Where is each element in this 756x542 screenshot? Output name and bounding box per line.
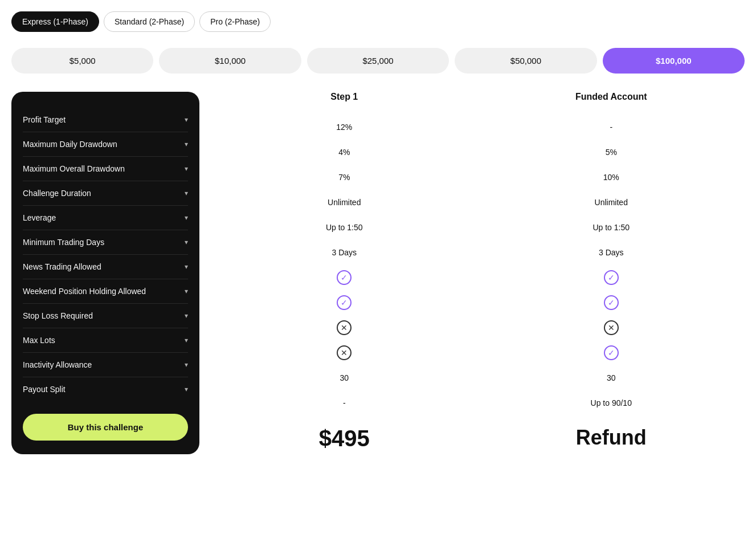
check-icon: ✓ bbox=[604, 295, 619, 310]
cell-step1-11: - bbox=[211, 398, 478, 407]
table-row: Unlimited Unlimited bbox=[211, 190, 745, 215]
sidebar-item-stop-loss[interactable]: Stop Loss Required ▾ bbox=[23, 304, 188, 328]
chevron-icon-challenge-duration: ▾ bbox=[185, 189, 188, 197]
sidebar-label-inactivity: Inactivity Allowance bbox=[23, 360, 92, 369]
sidebar-item-max-daily[interactable]: Maximum Daily Drawdown ▾ bbox=[23, 132, 188, 157]
cell-funded-10: 30 bbox=[478, 373, 745, 382]
table-row: 7% 10% bbox=[211, 165, 745, 190]
x-icon: ✕ bbox=[337, 320, 352, 335]
check-icon: ✓ bbox=[337, 295, 352, 310]
sidebar-item-max-lots[interactable]: Max Lots ▾ bbox=[23, 328, 188, 353]
cell-funded-11: Up to 90/10 bbox=[478, 398, 745, 407]
cell-funded-1: 5% bbox=[478, 148, 745, 157]
amount-5k[interactable]: $5,000 bbox=[11, 48, 153, 74]
x-icon: ✕ bbox=[604, 320, 619, 335]
price-row: $495 Refund bbox=[211, 426, 745, 451]
amount-10k[interactable]: $10,000 bbox=[159, 48, 301, 74]
cell-step1-4: Up to 1:50 bbox=[211, 223, 478, 232]
cell-step1-10: 30 bbox=[211, 373, 478, 382]
chevron-icon-inactivity: ▾ bbox=[185, 361, 188, 369]
amount-50k[interactable]: $50,000 bbox=[455, 48, 596, 74]
main-content: Profit Target ▾ Maximum Daily Drawdown ▾… bbox=[11, 92, 745, 454]
table-row: ✓ ✓ bbox=[211, 290, 745, 315]
sidebar-label-max-daily: Maximum Daily Drawdown bbox=[23, 140, 117, 149]
sidebar-label-leverage: Leverage bbox=[23, 213, 56, 222]
price-value-step1: $495 bbox=[319, 426, 370, 451]
buy-button[interactable]: Buy this challenge bbox=[23, 414, 188, 441]
cell-step1-2: 7% bbox=[211, 173, 478, 182]
check-icon: ✓ bbox=[337, 270, 352, 285]
cell-funded-6: ✓ bbox=[478, 270, 745, 285]
sidebar-item-min-trading[interactable]: Minimum Trading Days ▾ bbox=[23, 230, 188, 255]
sidebar-item-payout-split[interactable]: Payout Split ▾ bbox=[23, 377, 188, 401]
table-row: 3 Days 3 Days bbox=[211, 240, 745, 265]
sidebar-label-max-lots: Max Lots bbox=[23, 336, 55, 345]
cell-funded-9: ✓ bbox=[478, 345, 745, 360]
col-header-step1: Step 1 bbox=[211, 92, 478, 108]
sidebar-item-profit-target[interactable]: Profit Target ▾ bbox=[23, 108, 188, 132]
check-icon: ✓ bbox=[604, 345, 619, 360]
chevron-icon-min-trading: ▾ bbox=[185, 238, 188, 246]
sidebar-label-max-overall: Maximum Overall Drawdown bbox=[23, 164, 125, 173]
data-rows: 12% - 4% 5% 7% 10% Unlimited Unlimited U… bbox=[211, 115, 745, 415]
cell-funded-8: ✕ bbox=[478, 320, 745, 335]
sidebar-label-news-trading: News Trading Allowed bbox=[23, 262, 101, 271]
sidebar-label-challenge-duration: Challenge Duration bbox=[23, 189, 91, 198]
tab-pro[interactable]: Pro (2-Phase) bbox=[199, 11, 271, 32]
cell-step1-3: Unlimited bbox=[211, 198, 478, 207]
chevron-icon-max-lots: ▾ bbox=[185, 336, 188, 344]
cell-step1-0: 12% bbox=[211, 123, 478, 132]
chevron-icon-profit-target: ▾ bbox=[185, 116, 188, 124]
chevron-icon-news-trading: ▾ bbox=[185, 263, 188, 271]
cell-funded-7: ✓ bbox=[478, 295, 745, 310]
sidebar-panel: Profit Target ▾ Maximum Daily Drawdown ▾… bbox=[11, 92, 199, 454]
chevron-icon-payout-split: ▾ bbox=[185, 385, 188, 393]
table-row: 30 30 bbox=[211, 365, 745, 390]
x-icon: ✕ bbox=[337, 345, 352, 360]
table-row: 4% 5% bbox=[211, 140, 745, 165]
price-funded: Refund bbox=[478, 426, 745, 451]
sidebar-label-weekend-holding: Weekend Position Holding Allowed bbox=[23, 287, 146, 296]
cell-funded-4: Up to 1:50 bbox=[478, 223, 745, 232]
check-icon: ✓ bbox=[604, 270, 619, 285]
cell-step1-5: 3 Days bbox=[211, 248, 478, 257]
amount-25k[interactable]: $25,000 bbox=[307, 48, 449, 74]
columns-header: Step 1 Funded Account bbox=[211, 92, 745, 108]
amounts-row: $5,000 $10,000 $25,000 $50,000 $100,000 bbox=[11, 48, 745, 74]
sidebar-item-leverage[interactable]: Leverage ▾ bbox=[23, 206, 188, 230]
cell-funded-0: - bbox=[478, 123, 745, 132]
table-row: - Up to 90/10 bbox=[211, 390, 745, 415]
amount-100k[interactable]: $100,000 bbox=[603, 48, 745, 74]
cell-step1-6: ✓ bbox=[211, 270, 478, 285]
cell-funded-2: 10% bbox=[478, 173, 745, 182]
table-row: ✕ ✕ bbox=[211, 315, 745, 340]
cell-funded-5: 3 Days bbox=[478, 248, 745, 257]
cell-step1-8: ✕ bbox=[211, 320, 478, 335]
sidebar-item-weekend-holding[interactable]: Weekend Position Holding Allowed ▾ bbox=[23, 279, 188, 304]
sidebar-item-news-trading[interactable]: News Trading Allowed ▾ bbox=[23, 255, 188, 279]
columns-area: Step 1 Funded Account 12% - 4% 5% 7% 10% bbox=[199, 92, 745, 454]
chevron-icon-max-daily: ▾ bbox=[185, 140, 188, 148]
table-row: 12% - bbox=[211, 115, 745, 140]
table-row: Up to 1:50 Up to 1:50 bbox=[211, 215, 745, 240]
tabs-row: Express (1-Phase) Standard (2-Phase) Pro… bbox=[11, 11, 745, 32]
tab-express[interactable]: Express (1-Phase) bbox=[11, 11, 99, 32]
sidebar-item-inactivity[interactable]: Inactivity Allowance ▾ bbox=[23, 353, 188, 377]
price-step1: $495 bbox=[211, 426, 478, 451]
sidebar-item-challenge-duration[interactable]: Challenge Duration ▾ bbox=[23, 181, 188, 206]
col-header-funded: Funded Account bbox=[478, 92, 745, 108]
table-row: ✓ ✓ bbox=[211, 265, 745, 290]
sidebar-label-min-trading: Minimum Trading Days bbox=[23, 238, 104, 247]
cell-step1-9: ✕ bbox=[211, 345, 478, 360]
cell-funded-3: Unlimited bbox=[478, 198, 745, 207]
chevron-icon-leverage: ▾ bbox=[185, 214, 188, 222]
chevron-icon-max-overall: ▾ bbox=[185, 165, 188, 173]
tab-standard[interactable]: Standard (2-Phase) bbox=[104, 11, 195, 32]
chevron-icon-weekend-holding: ▾ bbox=[185, 287, 188, 295]
cell-step1-1: 4% bbox=[211, 148, 478, 157]
sidebar-label-stop-loss: Stop Loss Required bbox=[23, 311, 93, 320]
cell-step1-7: ✓ bbox=[211, 295, 478, 310]
sidebar-label-payout-split: Payout Split bbox=[23, 385, 66, 394]
sidebar-item-max-overall[interactable]: Maximum Overall Drawdown ▾ bbox=[23, 157, 188, 181]
chevron-icon-stop-loss: ▾ bbox=[185, 312, 188, 320]
